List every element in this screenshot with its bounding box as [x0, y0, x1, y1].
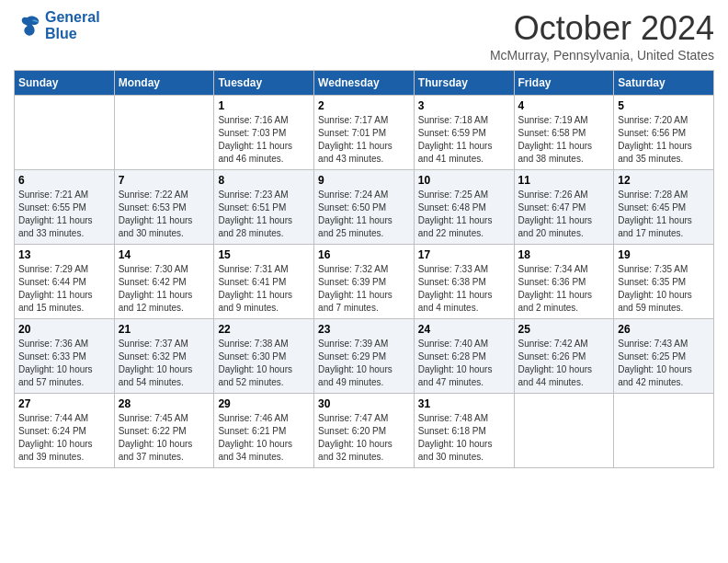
day-number: 6 [18, 174, 110, 187]
weekday-header: Wednesday [314, 71, 415, 96]
calendar-cell: 6Sunrise: 7:21 AM Sunset: 6:55 PM Daylig… [15, 170, 115, 245]
calendar-cell: 1Sunrise: 7:16 AM Sunset: 7:03 PM Daylig… [214, 96, 314, 170]
weekday-header-row: SundayMondayTuesdayWednesdayThursdayFrid… [15, 71, 714, 96]
day-number: 10 [418, 174, 510, 187]
page-header: General Blue October 2024 McMurray, Penn… [14, 9, 714, 63]
calendar-cell: 16Sunrise: 7:32 AM Sunset: 6:39 PM Dayli… [314, 245, 415, 319]
day-number: 1 [218, 99, 310, 112]
day-info: Sunrise: 7:37 AM Sunset: 6:32 PM Dayligh… [119, 338, 210, 389]
calendar-cell: 26Sunrise: 7:43 AM Sunset: 6:25 PM Dayli… [614, 319, 714, 394]
month-title: October 2024 [490, 9, 714, 48]
day-info: Sunrise: 7:21 AM Sunset: 6:55 PM Dayligh… [18, 189, 110, 240]
weekday-header: Sunday [15, 71, 115, 96]
day-number: 24 [418, 323, 510, 336]
day-info: Sunrise: 7:45 AM Sunset: 6:22 PM Dayligh… [119, 412, 210, 464]
calendar-table: SundayMondayTuesdayWednesdayThursdayFrid… [14, 70, 714, 468]
day-info: Sunrise: 7:23 AM Sunset: 6:51 PM Dayligh… [218, 189, 310, 240]
day-number: 26 [618, 323, 710, 336]
title-block: October 2024 McMurray, Pennsylvania, Uni… [490, 9, 714, 63]
day-info: Sunrise: 7:34 AM Sunset: 6:36 PM Dayligh… [518, 263, 610, 315]
calendar-cell [514, 394, 614, 468]
calendar-cell: 7Sunrise: 7:22 AM Sunset: 6:53 PM Daylig… [114, 170, 214, 245]
calendar-cell: 20Sunrise: 7:36 AM Sunset: 6:33 PM Dayli… [15, 319, 115, 394]
day-info: Sunrise: 7:39 AM Sunset: 6:29 PM Dayligh… [318, 338, 410, 389]
day-number: 23 [318, 323, 410, 336]
day-number: 4 [518, 99, 610, 112]
calendar-cell: 14Sunrise: 7:30 AM Sunset: 6:42 PM Dayli… [114, 245, 214, 319]
calendar-week-row: 13Sunrise: 7:29 AM Sunset: 6:44 PM Dayli… [15, 245, 714, 319]
calendar-cell: 18Sunrise: 7:34 AM Sunset: 6:36 PM Dayli… [514, 245, 614, 319]
day-info: Sunrise: 7:44 AM Sunset: 6:24 PM Dayligh… [18, 412, 110, 464]
calendar-cell: 4Sunrise: 7:19 AM Sunset: 6:58 PM Daylig… [514, 96, 614, 170]
day-number: 13 [18, 248, 110, 261]
day-number: 25 [518, 323, 610, 336]
day-number: 2 [318, 99, 410, 112]
logo: General Blue [14, 9, 100, 42]
calendar-cell: 25Sunrise: 7:42 AM Sunset: 6:26 PM Dayli… [514, 319, 614, 394]
calendar-cell: 22Sunrise: 7:38 AM Sunset: 6:30 PM Dayli… [214, 319, 314, 394]
calendar-cell: 30Sunrise: 7:47 AM Sunset: 6:20 PM Dayli… [314, 394, 415, 468]
calendar-cell [114, 96, 214, 170]
day-info: Sunrise: 7:24 AM Sunset: 6:50 PM Dayligh… [318, 189, 410, 240]
weekday-header: Tuesday [214, 71, 314, 96]
day-info: Sunrise: 7:47 AM Sunset: 6:20 PM Dayligh… [318, 412, 410, 464]
day-info: Sunrise: 7:22 AM Sunset: 6:53 PM Dayligh… [119, 189, 210, 240]
weekday-header: Thursday [414, 71, 514, 96]
day-number: 18 [518, 248, 610, 261]
day-info: Sunrise: 7:31 AM Sunset: 6:41 PM Dayligh… [218, 263, 310, 315]
calendar-cell: 23Sunrise: 7:39 AM Sunset: 6:29 PM Dayli… [314, 319, 415, 394]
calendar-week-row: 6Sunrise: 7:21 AM Sunset: 6:55 PM Daylig… [15, 170, 714, 245]
location: McMurray, Pennsylvania, United States [490, 48, 714, 63]
day-info: Sunrise: 7:40 AM Sunset: 6:28 PM Dayligh… [418, 338, 510, 389]
day-number: 27 [18, 397, 110, 410]
day-number: 28 [119, 397, 210, 410]
day-number: 5 [618, 99, 710, 112]
day-number: 11 [518, 174, 610, 187]
day-info: Sunrise: 7:28 AM Sunset: 6:45 PM Dayligh… [618, 189, 710, 240]
day-info: Sunrise: 7:18 AM Sunset: 6:59 PM Dayligh… [418, 114, 510, 166]
day-info: Sunrise: 7:32 AM Sunset: 6:39 PM Dayligh… [318, 263, 410, 315]
day-number: 3 [418, 99, 510, 112]
calendar-week-row: 20Sunrise: 7:36 AM Sunset: 6:33 PM Dayli… [15, 319, 714, 394]
day-info: Sunrise: 7:33 AM Sunset: 6:38 PM Dayligh… [418, 263, 510, 315]
calendar-cell: 21Sunrise: 7:37 AM Sunset: 6:32 PM Dayli… [114, 319, 214, 394]
day-number: 7 [119, 174, 210, 187]
day-number: 8 [218, 174, 310, 187]
day-number: 16 [318, 248, 410, 261]
day-info: Sunrise: 7:46 AM Sunset: 6:21 PM Dayligh… [218, 412, 310, 464]
day-number: 20 [18, 323, 110, 336]
day-info: Sunrise: 7:19 AM Sunset: 6:58 PM Dayligh… [518, 114, 610, 166]
day-info: Sunrise: 7:29 AM Sunset: 6:44 PM Dayligh… [18, 263, 110, 315]
calendar-cell: 28Sunrise: 7:45 AM Sunset: 6:22 PM Dayli… [114, 394, 214, 468]
calendar-cell: 8Sunrise: 7:23 AM Sunset: 6:51 PM Daylig… [214, 170, 314, 245]
day-number: 19 [618, 248, 710, 261]
calendar-cell: 29Sunrise: 7:46 AM Sunset: 6:21 PM Dayli… [214, 394, 314, 468]
day-info: Sunrise: 7:43 AM Sunset: 6:25 PM Dayligh… [618, 338, 710, 389]
day-number: 14 [119, 248, 210, 261]
logo-text: General Blue [45, 9, 100, 42]
day-info: Sunrise: 7:26 AM Sunset: 6:47 PM Dayligh… [518, 189, 610, 240]
day-info: Sunrise: 7:16 AM Sunset: 7:03 PM Dayligh… [218, 114, 310, 166]
day-number: 15 [218, 248, 310, 261]
day-info: Sunrise: 7:38 AM Sunset: 6:30 PM Dayligh… [218, 338, 310, 389]
day-info: Sunrise: 7:25 AM Sunset: 6:48 PM Dayligh… [418, 189, 510, 240]
logo-icon [14, 12, 41, 40]
weekday-header: Friday [514, 71, 614, 96]
calendar-cell: 13Sunrise: 7:29 AM Sunset: 6:44 PM Dayli… [15, 245, 115, 319]
calendar-week-row: 27Sunrise: 7:44 AM Sunset: 6:24 PM Dayli… [15, 394, 714, 468]
calendar-week-row: 1Sunrise: 7:16 AM Sunset: 7:03 PM Daylig… [15, 96, 714, 170]
day-number: 30 [318, 397, 410, 410]
day-info: Sunrise: 7:35 AM Sunset: 6:35 PM Dayligh… [618, 263, 710, 315]
calendar-cell: 24Sunrise: 7:40 AM Sunset: 6:28 PM Dayli… [414, 319, 514, 394]
day-number: 17 [418, 248, 510, 261]
calendar-cell: 11Sunrise: 7:26 AM Sunset: 6:47 PM Dayli… [514, 170, 614, 245]
day-number: 9 [318, 174, 410, 187]
day-info: Sunrise: 7:30 AM Sunset: 6:42 PM Dayligh… [119, 263, 210, 315]
day-info: Sunrise: 7:36 AM Sunset: 6:33 PM Dayligh… [18, 338, 110, 389]
day-number: 29 [218, 397, 310, 410]
calendar-cell: 2Sunrise: 7:17 AM Sunset: 7:01 PM Daylig… [314, 96, 415, 170]
calendar-cell: 19Sunrise: 7:35 AM Sunset: 6:35 PM Dayli… [614, 245, 714, 319]
calendar-cell: 27Sunrise: 7:44 AM Sunset: 6:24 PM Dayli… [15, 394, 115, 468]
day-number: 22 [218, 323, 310, 336]
calendar-cell: 5Sunrise: 7:20 AM Sunset: 6:56 PM Daylig… [614, 96, 714, 170]
